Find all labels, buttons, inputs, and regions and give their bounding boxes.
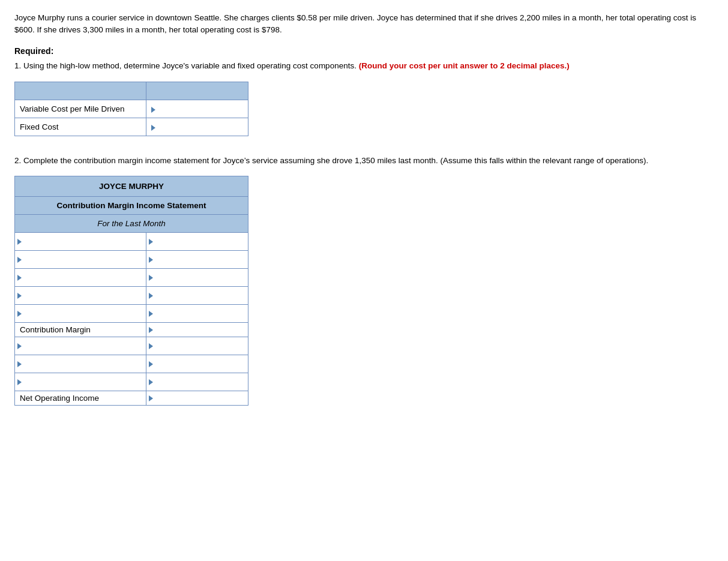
fixed-cost-arrow-icon [151,125,155,131]
table1-header-value [146,82,248,100]
cm-row2-value-input[interactable] [158,255,236,264]
cm-row-7 [15,337,248,355]
cm-row7-label-input[interactable] [26,341,128,350]
cm-row9-label-input[interactable] [26,377,128,386]
cm-row1-label [15,232,146,250]
cm-row8-label [15,355,146,373]
cm-company-name: JOYCE MURPHY [15,176,248,196]
cm-row-4 [15,286,248,304]
cm-row-1 [15,232,248,250]
cm-row5-value [146,304,248,322]
cm-row7-value-input[interactable] [158,341,236,350]
cm-statement-wrapper: JOYCE MURPHY Contribution Margin Income … [14,176,714,406]
cm-table: JOYCE MURPHY Contribution Margin Income … [14,176,248,406]
cm-row4-label-arrow [17,293,22,299]
cm-row4-value-arrow [149,293,153,299]
variable-cost-input-cell [146,100,248,118]
cm-row7-label-arrow [17,343,22,349]
cm-row3-label [15,268,146,286]
cm-row5-value-input[interactable] [158,309,236,318]
cm-row3-label-arrow [17,275,22,281]
cm-row9-value [146,373,248,391]
q1-text: Using the high-low method, determine Joy… [23,61,359,70]
high-low-table-container: Variable Cost per Mile Driven Fixed Cost [14,82,714,136]
cm-row3-value [146,268,248,286]
contribution-margin-label: Contribution Margin [15,322,146,337]
cm-row2-label-input[interactable] [26,255,128,264]
cm-contribution-margin-row: Contribution Margin [15,322,248,337]
cm-row2-label-arrow [17,257,22,263]
cm-header-row-1: JOYCE MURPHY [15,176,248,196]
question-1-text: 1. Using the high-low method, determine … [14,59,714,73]
cm-row-9 [15,373,248,391]
cm-row8-value-arrow [149,361,153,367]
cm-row5-label [15,304,146,322]
q2-body: Complete the contribution margin income … [23,156,648,165]
cm-row2-label [15,250,146,268]
cm-row4-value-input[interactable] [158,291,236,300]
cm-row1-value-arrow [149,239,153,245]
cm-contribution-value-arrow [149,327,153,333]
cm-period: For the Last Month [15,214,248,232]
cm-row4-label [15,286,146,304]
cm-header-row-3: For the Last Month [15,214,248,232]
cm-header-row-2: Contribution Margin Income Statement [15,196,248,214]
fixed-cost-input[interactable] [160,122,238,131]
required-label: Required: [14,46,714,56]
cm-row4-label-input[interactable] [26,291,128,300]
cm-row1-label-arrow [17,239,22,245]
net-operating-income-value [146,391,248,405]
cm-row8-value [146,355,248,373]
cm-row3-value-arrow [149,275,153,281]
cm-row1-value-input[interactable] [158,237,236,246]
cm-row2-value [146,250,248,268]
high-low-table: Variable Cost per Mile Driven Fixed Cost [14,82,248,136]
q1-bold: (Round your cost per unit answer to 2 de… [359,61,570,70]
variable-cost-input[interactable] [160,104,238,113]
cm-net-operating-income-row: Net Operating Income [15,391,248,405]
table1-fixed-row: Fixed Cost [15,118,248,136]
cm-noi-value-arrow [149,395,153,401]
fixed-cost-input-cell [146,118,248,136]
cm-row5-value-arrow [149,311,153,317]
cm-row-2 [15,250,248,268]
cm-row8-label-arrow [17,361,22,367]
variable-cost-label: Variable Cost per Mile Driven [15,100,146,118]
cm-row9-value-input[interactable] [158,377,236,386]
cm-row8-value-input[interactable] [158,359,236,368]
cm-row3-value-input[interactable] [158,273,236,282]
fixed-cost-label: Fixed Cost [15,118,146,136]
intro-paragraph: Joyce Murphy runs a courier service in d… [14,12,714,37]
contribution-margin-value [146,322,248,337]
cm-row-5 [15,304,248,322]
q2-number: 2. [14,156,21,165]
net-operating-income-input[interactable] [158,394,236,403]
cm-row5-label-arrow [17,311,22,317]
cm-row8-label-input[interactable] [26,359,128,368]
cm-row7-label [15,337,146,355]
cm-row5-label-input[interactable] [26,309,128,318]
cm-row9-label-arrow [17,379,22,385]
net-operating-income-label: Net Operating Income [15,391,146,405]
cm-row7-value [146,337,248,355]
cm-row1-value [146,232,248,250]
table1-header-row [15,82,248,100]
cm-statement-title: Contribution Margin Income Statement [15,196,248,214]
cm-row1-label-input[interactable] [26,237,128,246]
table1-variable-row: Variable Cost per Mile Driven [15,100,248,118]
cm-row4-value [146,286,248,304]
cm-row3-label-input[interactable] [26,273,128,282]
cm-row9-value-arrow [149,379,153,385]
q1-number: 1. [14,61,21,70]
cm-row2-value-arrow [149,257,153,263]
contribution-margin-input[interactable] [158,325,236,334]
question-2-text: 2. Complete the contribution margin inco… [14,154,714,167]
variable-cost-arrow-icon [151,107,155,113]
cm-row9-label [15,373,146,391]
cm-row7-value-arrow [149,343,153,349]
cm-row-8 [15,355,248,373]
cm-row-3 [15,268,248,286]
table1-header-label [15,82,146,100]
